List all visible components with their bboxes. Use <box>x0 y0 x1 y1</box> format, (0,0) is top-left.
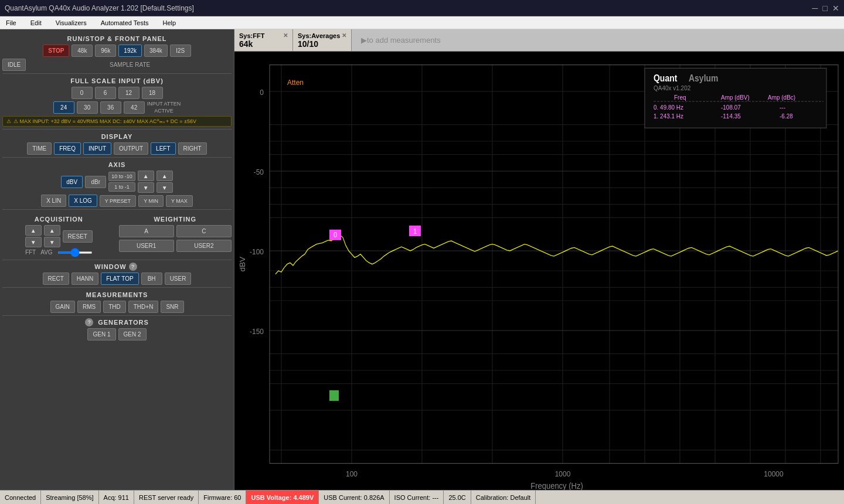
fs-12[interactable]: 12 <box>118 87 139 99</box>
y-min-btn[interactable]: Y MIN <box>138 195 164 207</box>
display-freq[interactable]: FREQ <box>54 142 81 155</box>
samplerate-i2s[interactable]: I2S <box>170 45 191 57</box>
fs-42[interactable]: 42 <box>124 101 145 114</box>
menubar: File Edit Visualizers Automated Tests He… <box>0 16 844 29</box>
close-button[interactable]: ✕ <box>832 4 839 13</box>
y-max-btn[interactable]: Y MAX <box>166 195 193 207</box>
status-usb-voltage-text: USB Voltage: 4.489V <box>251 494 314 501</box>
gen2-button[interactable]: GEN 2 <box>118 328 147 340</box>
axis-xlog[interactable]: X LOG <box>69 195 97 207</box>
reset-button[interactable]: RESET <box>63 230 93 243</box>
samplerate-96k[interactable]: 96k <box>95 45 116 57</box>
status-firmware: Firmware: 60 <box>199 491 246 504</box>
window-hann[interactable]: HANN <box>72 273 98 285</box>
fs-36[interactable]: 36 <box>100 101 121 114</box>
avg-up[interactable]: ▲ <box>44 225 60 236</box>
samplerate-48k[interactable]: 48k <box>72 45 93 57</box>
avg-down[interactable]: ▼ <box>44 237 60 247</box>
menu-visualizers[interactable]: Visualizers <box>52 18 90 28</box>
fs-24[interactable]: 24 <box>53 101 74 114</box>
meas-snr[interactable]: SNR <box>161 301 183 313</box>
svg-text:---: --- <box>780 103 785 111</box>
fs-0[interactable]: 0 <box>72 87 93 99</box>
stop-button[interactable]: STOP <box>43 45 69 57</box>
tab-fft-close[interactable]: ✕ <box>283 32 288 39</box>
y-max-up[interactable]: ▲ <box>156 171 173 181</box>
menu-automated-tests[interactable]: Automated Tests <box>97 18 152 28</box>
window-bh[interactable]: BH <box>141 273 162 285</box>
status-acq-text: Acq: 911 <box>104 494 129 501</box>
tab-avg-close[interactable]: ✕ <box>342 32 346 39</box>
svg-text:-150: -150 <box>250 326 264 336</box>
meas-thd[interactable]: THD <box>103 301 126 313</box>
runstop-header: RUN/STOP & FRONT PANEL <box>2 35 232 42</box>
window-flattop[interactable]: FLAT TOP <box>101 273 139 285</box>
fs-30[interactable]: 30 <box>77 101 98 114</box>
generators-help-icon[interactable]: ? <box>85 318 93 326</box>
minimize-button[interactable]: ─ <box>812 4 818 13</box>
y-max-down[interactable]: ▼ <box>156 182 173 193</box>
meas-gain[interactable]: GAIN <box>50 301 75 313</box>
fft-down[interactable]: ▼ <box>25 237 42 247</box>
weight-c[interactable]: C <box>176 225 232 237</box>
display-output[interactable]: OUTPUT <box>114 142 148 155</box>
svg-text:-114.35: -114.35 <box>721 113 741 120</box>
sample-rate-label: SAMPLE RATE <box>28 62 232 68</box>
tab-avg-value: 10/10 <box>298 39 346 49</box>
titlebar: QuantAsylum QA40x Audio Analyzer 1.202 [… <box>0 0 844 16</box>
display-time[interactable]: TIME <box>27 142 52 155</box>
window-controls[interactable]: ─ □ ✕ <box>812 4 839 13</box>
tab-sys-fft[interactable]: Sys:FFT ✕ 64k <box>234 29 293 51</box>
meas-thdn[interactable]: THD+N <box>128 301 159 313</box>
acquisition-header: ACQUISITION <box>2 216 115 223</box>
meas-rms[interactable]: RMS <box>77 301 101 313</box>
tab-fft-title: Sys:FFT <box>239 32 264 39</box>
statusbar: Connected Streaming [58%] Acq: 911 REST … <box>0 490 844 504</box>
window-help-icon[interactable]: ? <box>129 263 137 271</box>
weight-user1[interactable]: USER1 <box>119 240 174 252</box>
axis-dbv[interactable]: dBV <box>61 176 83 188</box>
axis-row2: X LIN X LOG Y PRESET Y MIN Y MAX <box>2 195 232 207</box>
menu-help[interactable]: Help <box>159 18 179 28</box>
fft-up[interactable]: ▲ <box>25 225 42 236</box>
svg-text:1000: 1000 <box>555 469 571 479</box>
svg-text:100: 100 <box>346 469 358 479</box>
add-meas-label: to add measurements <box>367 36 441 45</box>
window-user[interactable]: USER <box>165 273 192 285</box>
weight-a[interactable]: A <box>119 225 174 237</box>
marker-green-box[interactable] <box>329 390 339 401</box>
gen1-button[interactable]: GEN 1 <box>87 328 115 340</box>
fullscale-row1: 0 6 12 18 <box>2 87 232 99</box>
axis-xlin[interactable]: X LIN <box>41 195 66 207</box>
fft-label: FFT <box>25 249 36 256</box>
y-min-down[interactable]: ▼ <box>138 182 154 193</box>
display-left[interactable]: LEFT <box>151 142 175 155</box>
svg-text:0.  49.80 Hz: 0. 49.80 Hz <box>654 103 683 111</box>
avg-slider[interactable] <box>57 251 93 254</box>
fs-18[interactable]: 18 <box>142 87 163 99</box>
axis-dbr[interactable]: dBr <box>85 176 106 188</box>
svg-text:Amp (dBV): Amp (dBV) <box>721 93 750 101</box>
maximize-button[interactable]: □ <box>823 4 828 13</box>
runstop-row: STOP 48k 96k 192k 384k I2S <box>2 45 232 57</box>
svg-text:0: 0 <box>260 87 264 97</box>
y-preset-btn[interactable]: Y PRESET <box>100 195 136 207</box>
y-preset-10to-10[interactable]: 10 to -10 <box>108 172 135 181</box>
fs-6[interactable]: 6 <box>95 87 116 99</box>
window-rect[interactable]: RECT <box>43 273 69 285</box>
menu-file[interactable]: File <box>2 18 20 28</box>
y-min-up[interactable]: ▲ <box>138 171 154 181</box>
idle-button[interactable]: IDLE <box>2 59 26 71</box>
tab-sys-averages[interactable]: Sys:Averages ✕ 10/10 <box>293 29 352 51</box>
display-input[interactable]: INPUT <box>83 142 111 155</box>
app-title: QuantAsylum QA40x Audio Analyzer 1.202 [… <box>5 4 194 12</box>
samplerate-384k[interactable]: 384k <box>144 45 168 57</box>
menu-edit[interactable]: Edit <box>27 18 45 28</box>
status-usb-current-text: USB Current: 0.826A <box>324 494 384 501</box>
samplerate-192k[interactable]: 192k <box>118 45 142 57</box>
display-right[interactable]: RIGHT <box>178 142 207 155</box>
y-preset-1to-1[interactable]: 1 to -1 <box>108 182 135 192</box>
weight-user2[interactable]: USER2 <box>176 240 232 252</box>
right-panel: Sys:FFT ✕ 64k Sys:Averages ✕ 10/10 ▶ to … <box>234 29 844 490</box>
svg-text:-100: -100 <box>250 247 264 256</box>
